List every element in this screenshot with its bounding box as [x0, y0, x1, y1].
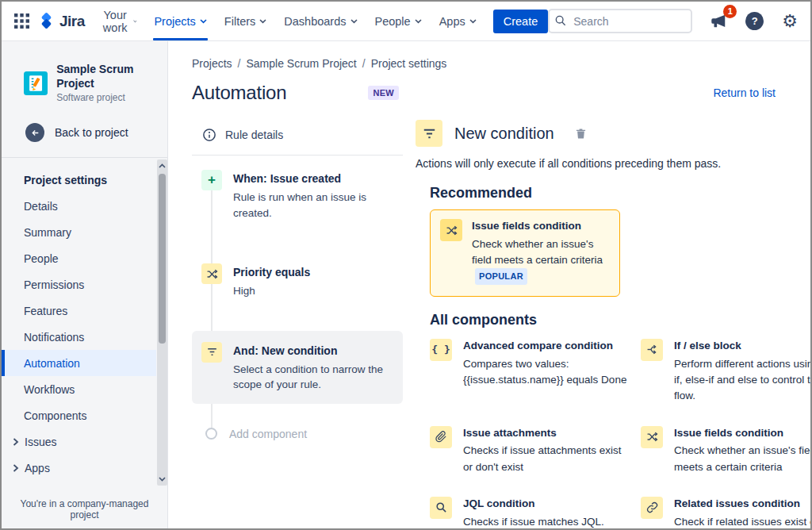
- component-related-issues-condition[interactable]: Related issues condition Check if relate…: [641, 497, 810, 528]
- delete-condition-button[interactable]: [573, 125, 588, 141]
- jira-window: Jira Your work Projects Filters Dashboar…: [0, 0, 812, 530]
- project-header: Sample Scrum Project Software project: [2, 41, 167, 103]
- breadcrumb-settings[interactable]: Project settings: [371, 57, 447, 70]
- component-if-else-block[interactable]: If / else block Perform different action…: [641, 339, 810, 405]
- component-jql-condition[interactable]: JQL condition Checks if issue matches JQ…: [430, 497, 630, 528]
- notification-count-badge: 1: [723, 5, 737, 18]
- breadcrumb: Projects/Sample Scrum Project/Project se…: [192, 57, 796, 70]
- popular-badge: POPULAR: [475, 268, 527, 285]
- gear-icon: ⚙: [782, 13, 798, 30]
- component-issue-fields-condition[interactable]: Issue fields condition Check whether an …: [641, 426, 810, 475]
- rule-chain-column: Rule details + When: Issue created Rule …: [192, 120, 403, 528]
- sidebar-footer: You're in a company-managed project Lear…: [2, 487, 167, 530]
- component-advanced-compare-condition[interactable]: { } Advanced compare condition Compares …: [430, 339, 630, 405]
- recommended-issue-fields-condition[interactable]: Issue fields condition Check whether an …: [430, 209, 620, 297]
- nav-dashboards[interactable]: Dashboards: [275, 2, 366, 40]
- rule-divider: [192, 155, 403, 156]
- sidebar-item-automation[interactable]: Automation: [2, 350, 156, 376]
- sidebar-item-apps[interactable]: Apps: [2, 455, 156, 481]
- page-title: Automation: [192, 82, 286, 104]
- search-icon: [430, 497, 452, 519]
- arrow-left-icon: [25, 123, 44, 142]
- settings-menu-heading: Project settings: [2, 171, 156, 193]
- chevron-down-icon: [350, 19, 358, 24]
- sidebar-item-details[interactable]: Details: [2, 193, 156, 219]
- project-avatar: [24, 70, 48, 97]
- search-input[interactable]: [548, 9, 692, 33]
- sidebar-item-components[interactable]: Components: [2, 402, 156, 428]
- breadcrumb-project[interactable]: Sample Scrum Project: [246, 57, 356, 70]
- chevron-right-icon: [13, 464, 19, 472]
- empty-node-icon: [205, 428, 217, 440]
- step-trigger-issue-created[interactable]: + When: Issue created Rule is run when a…: [192, 159, 403, 232]
- chevron-down-icon: [200, 19, 207, 24]
- search-icon: [554, 14, 567, 27]
- chevron-down-icon: [133, 19, 137, 24]
- back-to-project[interactable]: Back to project: [2, 103, 167, 157]
- sidebar-item-summary[interactable]: Summary: [2, 219, 156, 245]
- chevron-down-icon: [259, 19, 266, 24]
- scroll-down-icon[interactable]: [157, 474, 167, 485]
- create-button[interactable]: Create: [493, 10, 549, 33]
- filter-icon: [416, 120, 442, 147]
- scroll-up-icon[interactable]: [157, 160, 167, 171]
- panel-description: Actions will only execute if all conditi…: [416, 157, 810, 170]
- settings-button[interactable]: ⚙: [779, 10, 801, 33]
- step-condition-priority[interactable]: Priority equals High: [192, 252, 403, 310]
- chevron-down-icon: [469, 19, 477, 24]
- sidebar-scrollbar[interactable]: [157, 159, 167, 486]
- component-issue-attachments[interactable]: Issue attachments Checks if issue attach…: [430, 426, 630, 475]
- nav-your-work[interactable]: Your work: [93, 2, 146, 40]
- scrollbar-thumb[interactable]: [159, 174, 166, 344]
- sidebar-item-workflows[interactable]: Workflows: [2, 376, 156, 402]
- help-icon: ?: [745, 12, 764, 30]
- nav-apps[interactable]: Apps: [431, 2, 485, 40]
- sidebar-item-permissions[interactable]: Permissions: [2, 271, 156, 298]
- shuffle-icon: [641, 426, 663, 448]
- all-components-heading: All components: [430, 312, 810, 328]
- plus-icon: +: [201, 170, 222, 190]
- primary-nav: Your work Projects Filters Dashboards Pe…: [93, 2, 485, 40]
- sidebar-item-people[interactable]: People: [2, 245, 156, 271]
- recommended-heading: Recommended: [430, 185, 810, 202]
- project-name: Sample Scrum Project: [56, 63, 161, 90]
- return-to-list-link[interactable]: Return to list: [713, 86, 776, 99]
- braces-icon: { }: [430, 339, 452, 361]
- chevron-right-icon: [13, 438, 19, 446]
- filter-icon: [201, 342, 222, 363]
- nav-projects[interactable]: Projects: [145, 2, 215, 40]
- components-grid: { } Advanced compare condition Compares …: [430, 339, 810, 528]
- nav-filters[interactable]: Filters: [216, 2, 275, 40]
- rule-details-button[interactable]: Rule details: [192, 120, 403, 155]
- managed-project-note: You're in a company-managed project: [8, 498, 161, 520]
- global-search: [548, 9, 692, 33]
- shuffle-icon: [201, 263, 222, 284]
- nav-people[interactable]: People: [366, 2, 431, 40]
- shuffle-icon: [440, 219, 462, 241]
- settings-menu: Project settings Details Summary People …: [2, 158, 167, 487]
- sidebar-item-notifications[interactable]: Notifications: [2, 324, 156, 350]
- notifications-button[interactable]: 1: [707, 10, 730, 33]
- jira-logo-icon: [37, 12, 56, 30]
- jira-logo-text: Jira: [59, 13, 85, 30]
- project-type: Software project: [56, 92, 161, 103]
- new-badge: NEW: [368, 86, 399, 100]
- top-navbar: Jira Your work Projects Filters Dashboar…: [2, 2, 810, 41]
- panel-title: New condition: [454, 125, 554, 143]
- condition-panel: New condition Actions will only execute …: [416, 120, 810, 528]
- paperclip-icon: [430, 426, 452, 448]
- info-icon: [202, 128, 216, 142]
- main-content: Projects/Sample Scrum Project/Project se…: [168, 41, 810, 528]
- jira-logo[interactable]: Jira: [37, 12, 85, 30]
- branch-icon: [641, 339, 663, 361]
- app-switcher-icon[interactable]: [11, 10, 33, 32]
- step-new-condition-selected[interactable]: And: New condition Select a condition to…: [192, 331, 403, 404]
- sidebar-item-features[interactable]: Features: [2, 298, 156, 324]
- chevron-down-icon: [415, 19, 422, 24]
- help-button[interactable]: ?: [742, 9, 767, 33]
- add-component-button[interactable]: Add component: [192, 428, 403, 440]
- sidebar-item-issues[interactable]: Issues: [2, 428, 156, 455]
- link-icon: [641, 497, 663, 519]
- trash-icon: [575, 127, 587, 140]
- breadcrumb-projects[interactable]: Projects: [192, 57, 232, 70]
